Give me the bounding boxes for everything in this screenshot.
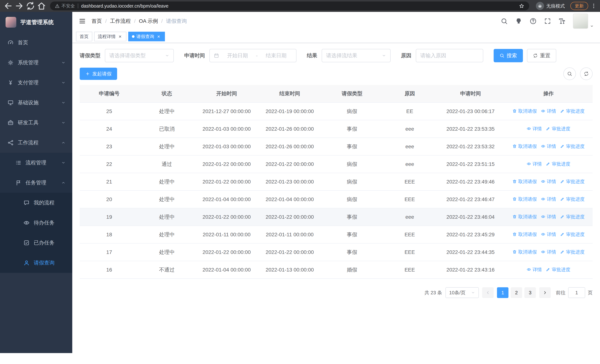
browser-back-icon[interactable] — [3, 1, 13, 11]
fontsize-icon[interactable] — [559, 18, 565, 25]
breadcrumb-item[interactable]: OA 示例 — [139, 18, 158, 25]
cancel-action-link[interactable]: 取消请假 — [512, 108, 537, 114]
cancel-action-link[interactable]: 取消请假 — [512, 249, 537, 255]
browser-toolbar: 不安全 dashboard.yudao.iocoder.cn/bpm/oa/le… — [0, 0, 600, 12]
sidebar-item-label: 已办任务 — [34, 239, 55, 246]
sidebar-item[interactable]: 基础设施 — [0, 93, 72, 113]
progress-action-link[interactable]: 审批进度 — [560, 108, 585, 114]
search-circle-button[interactable] — [563, 67, 576, 80]
prev-page-button[interactable] — [482, 287, 494, 298]
action-label: 详情 — [547, 249, 556, 255]
result-label: 结果 — [307, 52, 317, 59]
next-page-button[interactable] — [539, 287, 551, 298]
sidebar-item[interactable]: 系统管理 — [0, 53, 72, 73]
breadcrumb-item[interactable]: 首页 — [92, 18, 102, 25]
eye-icon — [541, 250, 545, 254]
chevron-down-icon — [61, 121, 66, 125]
goto-page-input[interactable] — [568, 287, 585, 298]
sidebar-item[interactable]: 待办任务 — [0, 213, 72, 233]
refresh-circle-button[interactable] — [580, 67, 593, 80]
tab[interactable]: 流程详情× — [94, 32, 126, 41]
sidebar-toggle-icon[interactable] — [79, 18, 86, 25]
cancel-action-link[interactable]: 取消请假 — [512, 178, 537, 185]
cancel-action-link[interactable]: 取消请假 — [512, 231, 537, 237]
detail-action-link[interactable]: 详情 — [541, 196, 556, 202]
page-number-button[interactable]: 1 — [497, 287, 508, 298]
progress-action-link[interactable]: 审批进度 — [560, 249, 585, 255]
progress-action-link[interactable]: 审批进度 — [560, 178, 585, 185]
detail-action-link[interactable]: 详情 — [541, 178, 556, 185]
breadcrumb-item[interactable]: 工作流程 — [110, 18, 131, 25]
detail-action-link[interactable]: 详情 — [541, 143, 556, 149]
detail-action-link[interactable]: 详情 — [527, 161, 542, 167]
page-numbers: 123 — [497, 287, 536, 298]
sidebar-item[interactable]: 研发工具 — [0, 113, 72, 133]
progress-action-link[interactable]: 审批进度 — [560, 214, 585, 220]
calendar-icon — [214, 53, 219, 58]
user-avatar-menu[interactable] — [573, 14, 594, 29]
sidebar-item[interactable]: 流程管理 — [0, 153, 72, 173]
edit-icon — [560, 215, 565, 219]
close-icon[interactable]: × — [156, 34, 161, 39]
progress-action-link[interactable]: 审批进度 — [546, 267, 570, 273]
table-cell: 22 — [80, 155, 139, 173]
detail-action-link[interactable]: 详情 — [541, 214, 556, 220]
page-size-select[interactable]: 10条/页 — [445, 287, 479, 298]
search-button[interactable]: 搜索 — [494, 49, 523, 62]
tab-label: 请假查询 — [136, 34, 154, 39]
sidebar-item[interactable]: 工作流程 — [0, 133, 72, 153]
browser-forward-icon[interactable] — [14, 1, 24, 11]
progress-action-link[interactable]: 审批进度 — [546, 161, 570, 167]
browser-home-icon[interactable] — [37, 1, 46, 11]
github-icon[interactable] — [515, 18, 522, 25]
eye-icon — [527, 267, 531, 272]
sidebar-item[interactable]: 首页 — [0, 33, 72, 53]
tab[interactable]: 请假查询× — [128, 32, 165, 41]
cancel-action-link[interactable]: 取消请假 — [512, 196, 537, 202]
bookmark-star-icon[interactable] — [519, 3, 525, 9]
detail-action-link[interactable]: 详情 — [541, 231, 556, 237]
cancel-action-link[interactable]: 取消请假 — [512, 214, 537, 220]
sidebar-item[interactable]: 我的流程 — [0, 193, 72, 213]
fullscreen-icon[interactable] — [544, 18, 551, 25]
question-icon[interactable] — [530, 18, 537, 25]
page-number-button[interactable]: 2 — [511, 287, 522, 298]
create-leave-button[interactable]: 发起请假 — [80, 68, 117, 80]
detail-action-link[interactable]: 详情 — [527, 126, 542, 132]
detail-action-link[interactable]: 详情 — [541, 249, 556, 255]
result-select[interactable]: 请选择流结果 — [322, 49, 391, 62]
table-cell: 2022-01-04 00:00:00 — [258, 191, 321, 208]
action-label: 详情 — [547, 196, 556, 202]
column-header: 请假类型 — [321, 85, 383, 103]
tab[interactable]: 首页 — [76, 32, 92, 41]
close-icon[interactable]: × — [117, 34, 123, 39]
chevron-down-icon — [165, 53, 169, 58]
detail-action-link[interactable]: 详情 — [527, 267, 542, 273]
security-warning[interactable]: 不安全 — [55, 3, 75, 9]
browser-update-button[interactable]: 更新 — [570, 2, 588, 10]
page-number-button[interactable]: 3 — [525, 287, 536, 298]
progress-action-link[interactable]: 审批进度 — [560, 196, 585, 202]
action-label: 取消请假 — [518, 178, 537, 185]
cancel-action-link[interactable]: 取消请假 — [512, 143, 537, 149]
detail-action-link[interactable]: 详情 — [541, 108, 556, 114]
sidebar-item[interactable]: 任务管理 — [0, 173, 72, 193]
sidebar-item[interactable]: 已办任务 — [0, 233, 72, 253]
address-bar[interactable]: 不安全 dashboard.yudao.iocoder.cn/bpm/oa/le… — [50, 1, 529, 10]
trash-icon — [512, 197, 517, 201]
sidebar-item[interactable]: 请假查询 — [0, 253, 72, 273]
search-icon[interactable] — [501, 18, 508, 25]
progress-action-link[interactable]: 审批进度 — [546, 126, 570, 132]
leave-type-select[interactable]: 请选择请假类型 — [105, 49, 174, 62]
sidebar-logo[interactable]: 芋道管理系统 — [0, 12, 72, 33]
reset-button[interactable]: 重置 — [527, 49, 556, 62]
table-cell: 21 — [80, 173, 139, 191]
progress-action-link[interactable]: 审批进度 — [560, 143, 585, 149]
sidebar-item[interactable]: 支付管理 — [0, 73, 72, 93]
table-cell: 通过 — [139, 155, 195, 173]
reason-input[interactable] — [420, 53, 479, 59]
date-range-picker[interactable]: 开始日期 - 结束日期 — [209, 49, 297, 62]
browser-refresh-icon[interactable] — [26, 1, 35, 11]
browser-menu-icon[interactable] — [591, 3, 597, 9]
progress-action-link[interactable]: 审批进度 — [560, 231, 585, 237]
